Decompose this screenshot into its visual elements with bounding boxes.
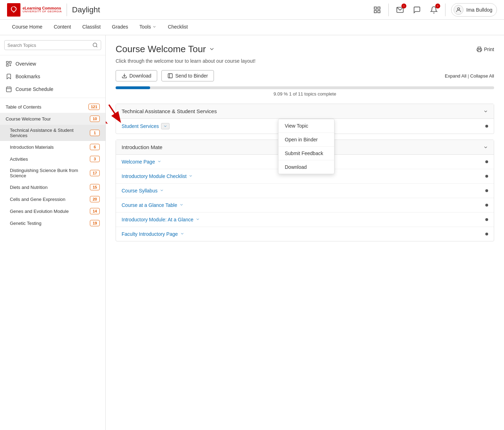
dropdown-item-submit-feedback[interactable]: Submit Feedback	[278, 147, 334, 160]
dropdown-item-view-topic[interactable]: View Topic	[278, 119, 334, 133]
nav-content[interactable]: Content	[49, 20, 76, 34]
logo-block: eLearning Commons University of Georgia	[7, 3, 62, 17]
toc-item-welcome-tour[interactable]: Course Welcome Tour 10	[0, 113, 105, 125]
top-header: eLearning Commons University of Georgia …	[0, 0, 504, 20]
svg-rect-1	[378, 7, 380, 9]
intro-at-glance-label: Introductory Module: At a Glance	[122, 217, 193, 222]
welcome-page-dropdown-btn[interactable]	[157, 159, 161, 165]
glance-table-dropdown-btn[interactable]	[179, 202, 184, 208]
binder-button[interactable]: Send to Binder	[161, 70, 214, 81]
toc-sub-item-6[interactable]: Genes and Evolution Module 14	[0, 205, 105, 217]
student-services-dropdown-btn[interactable]	[161, 123, 170, 129]
welcome-page-link[interactable]: Welcome Page	[122, 159, 161, 165]
student-services-label: Student Services	[122, 123, 159, 129]
toc-sub-label-6: Genes and Evolution Module	[10, 209, 90, 214]
item-dot-intro-at-glance	[485, 218, 488, 221]
collapse-all-link[interactable]: Collapse All	[470, 73, 494, 79]
section-title-0: Technical Assistance & Student Services	[122, 108, 217, 114]
toc-sub-label-2: Activities	[10, 156, 90, 162]
faculty-intro-link[interactable]: Faculty Introductory Page	[122, 231, 184, 237]
toc-sub-badge-5: 20	[90, 196, 100, 202]
logo-text: eLearning Commons University of Georgia	[23, 6, 62, 13]
progress-text: 9.09 % 1 of 11 topics complete	[116, 91, 494, 97]
sidebar-overview-label: Overview	[16, 61, 36, 67]
logo-icon	[7, 3, 20, 17]
progress-section: 9.09 % 1 of 11 topics complete	[116, 86, 494, 97]
intro-checklist-label: Introductory Module Checklist	[122, 173, 186, 179]
toc-sub-label-4: Diets and Nutrition	[10, 185, 90, 190]
user-name: Ima Bulldog	[466, 7, 492, 13]
sidebar-item-schedule[interactable]: Course Schedule	[0, 83, 105, 96]
section-header-0[interactable]: Technical Assistance & Student Services	[116, 104, 494, 119]
glance-table-link[interactable]: Course at a Glance Table	[122, 202, 184, 208]
item-dot-checklist	[485, 175, 488, 178]
mail-button[interactable]: •	[394, 4, 406, 16]
sidebar-schedule-label: Course Schedule	[16, 86, 53, 92]
section-chevron-icon-0	[483, 109, 488, 114]
nav-grades[interactable]: Grades	[107, 20, 133, 34]
overview-icon	[6, 61, 12, 67]
toc-sub-label-0: Technical Assistance & Student Services	[10, 128, 90, 138]
header-left: eLearning Commons University of Georgia …	[7, 3, 100, 17]
toc-sub-item-7[interactable]: Genetic Testing 19	[0, 217, 105, 229]
section-chevron-icon-1	[483, 145, 488, 150]
print-button[interactable]: Print	[477, 47, 494, 52]
svg-rect-8	[10, 61, 11, 63]
content-header: Course Welcome Tour Print	[116, 44, 494, 55]
expand-all-link[interactable]: Expand All	[445, 73, 466, 79]
search-input[interactable]	[7, 43, 92, 48]
toc-sub-item-0[interactable]: Technical Assistance & Student Services …	[0, 125, 105, 141]
item-dot-welcome	[485, 160, 488, 163]
header-divider	[67, 4, 67, 16]
nav-checklist[interactable]: Checklist	[163, 20, 193, 34]
sidebar-item-overview[interactable]: Overview	[0, 57, 105, 70]
toc-sub-item-4[interactable]: Diets and Nutrition 15	[0, 181, 105, 193]
intro-at-glance-link[interactable]: Introductory Module: At a Glance	[122, 217, 200, 222]
sidebar-item-bookmarks[interactable]: Bookmarks	[0, 70, 105, 83]
expand-collapse-links: Expand All | Collapse All	[445, 73, 494, 79]
svg-rect-10	[6, 87, 11, 92]
nav-classlist[interactable]: Classlist	[77, 20, 105, 34]
chat-button[interactable]	[411, 4, 423, 16]
toc-sub-item-3[interactable]: Distinguishing Science Bunk from Science…	[0, 165, 105, 181]
toc-sub-badge-2: 3	[90, 156, 100, 162]
toc-welcome-badge: 10	[90, 116, 100, 122]
toc-sub-item-2[interactable]: Activities 3	[0, 153, 105, 165]
title-chevron-icon[interactable]	[209, 44, 215, 55]
apps-button[interactable]	[371, 4, 383, 16]
header-divider2	[388, 4, 389, 16]
intro-checklist-link[interactable]: Introductory Module Checklist	[122, 173, 193, 179]
section-item-student-services: Student Services View Topic Open in Bind…	[116, 119, 494, 134]
dropdown-item-open-binder[interactable]: Open in Binder	[278, 133, 334, 147]
toc-label: Table of Contents	[6, 104, 88, 110]
item-dot-glance-table	[485, 204, 488, 207]
download-button[interactable]: Download	[116, 70, 157, 81]
sidebar-nav: Overview Bookmarks Course Schedule	[0, 55, 105, 98]
toc-sub-badge-6: 14	[90, 208, 100, 214]
app-name: Daylight	[72, 5, 100, 14]
faculty-intro-dropdown-btn[interactable]	[180, 231, 184, 237]
dropdown-item-download[interactable]: Download	[278, 160, 334, 174]
svg-rect-2	[374, 10, 376, 12]
toc-sub-badge-7: 19	[90, 220, 100, 226]
toc-item-main[interactable]: Table of Contents 121	[0, 101, 105, 113]
download-label: Download	[129, 73, 151, 79]
sidebar-bookmarks-label: Bookmarks	[16, 74, 40, 79]
student-services-link[interactable]: Student Services	[122, 123, 170, 129]
toc-sub-label-7: Genetic Testing	[10, 221, 90, 226]
syllabus-link[interactable]: Course Syllabus	[122, 188, 164, 194]
content-title: Course Welcome Tour	[116, 44, 215, 55]
toc-section: Table of Contents 121 Course Welcome Tou…	[0, 98, 105, 232]
nav-tools[interactable]: Tools	[134, 20, 161, 34]
toc-sub-item-1[interactable]: Introduction Materials 6	[0, 141, 105, 153]
intro-checklist-dropdown-btn[interactable]	[189, 173, 193, 179]
section-item-faculty-intro: Faculty Introductory Page	[116, 227, 494, 241]
content-title-text: Course Welcome Tour	[116, 44, 206, 55]
user-menu-button[interactable]: Ima Bulldog	[451, 3, 497, 17]
notifications-button[interactable]: •	[428, 4, 440, 16]
toc-sub-item-5[interactable]: Cells and Gene Expression 20	[0, 193, 105, 205]
nav-course-home[interactable]: Course Home	[7, 20, 47, 34]
intro-at-glance-dropdown-btn[interactable]	[196, 217, 200, 222]
progress-bar-inner	[116, 86, 150, 89]
syllabus-dropdown-btn[interactable]	[160, 188, 164, 194]
